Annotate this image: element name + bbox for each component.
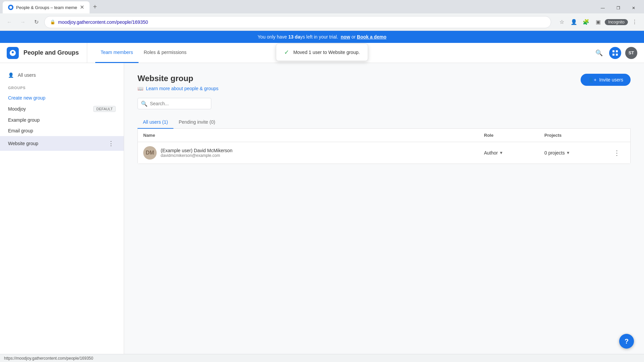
- svg-rect-1: [612, 50, 614, 52]
- tab-title: People & Groups – team meme: [16, 5, 77, 10]
- browser-toolbar: ← → ↻ 🔒 moodjoy.gathercontent.com/people…: [0, 13, 644, 31]
- toast-message: Moved 1 user to Website group.: [293, 50, 360, 55]
- user-email: davidmcmikerson@example.com: [161, 153, 232, 158]
- sidebar-group-example[interactable]: Example group: [0, 115, 124, 125]
- sidebar-toggle-button[interactable]: ▣: [593, 17, 603, 27]
- projects-chevron-icon: ▼: [566, 150, 570, 155]
- header-nav: Team members Roles & permissions: [87, 43, 192, 63]
- svg-rect-3: [612, 54, 614, 56]
- address-bar[interactable]: 🔒 moodjoy.gathercontent.com/people/16935…: [44, 16, 551, 28]
- role-label: Author: [484, 150, 498, 156]
- window-close-button[interactable]: ✕: [626, 3, 641, 13]
- chevron-down-icon: ▼: [499, 150, 503, 155]
- status-url: https://moodjoy.gathercontent.com/people…: [4, 356, 93, 361]
- tab-all-users[interactable]: All users (1): [138, 116, 173, 129]
- new-tab-button[interactable]: +: [90, 1, 100, 12]
- toast-notification: ✓ Moved 1 user to Website group.: [276, 44, 368, 61]
- bookmark-button[interactable]: ☆: [556, 17, 567, 27]
- app-wrapper: You only have 13 days left in your trial…: [0, 31, 644, 354]
- user-name-block: (Example user) David McMikerson davidmcm…: [161, 148, 232, 158]
- website-group-options-button[interactable]: ⋮: [106, 139, 116, 148]
- header-right: 🔍 ST: [593, 47, 637, 59]
- upgrade-now-link[interactable]: now: [341, 34, 350, 40]
- group-name-moodjoy: Moodjoy: [8, 106, 93, 112]
- table-row: DM (Example user) David McMikerson david…: [138, 142, 630, 164]
- search-icon: 🔍: [141, 101, 148, 107]
- sidebar-item-all-users[interactable]: 👤 All users: [0, 70, 124, 80]
- svg-point-0: [9, 6, 12, 9]
- back-button[interactable]: ←: [4, 17, 15, 27]
- sidebar-group-email[interactable]: Email group: [0, 125, 124, 136]
- banner-text: You only have 13 days left in your trial…: [258, 34, 386, 40]
- window-maximize-button[interactable]: ❒: [610, 3, 626, 13]
- tab-close-button[interactable]: ✕: [80, 5, 84, 10]
- user-table: Name Role Projects DM (Example user) Dav…: [138, 129, 631, 164]
- nav-roles-permissions[interactable]: Roles & permissions: [139, 43, 192, 63]
- user-display-name: (Example user) David McMikerson: [161, 148, 232, 153]
- toolbar-icons: ☆ 👤 🧩 ▣ Incognito ⋮: [556, 17, 640, 27]
- incognito-badge: Incognito: [605, 19, 628, 25]
- invite-icon: 👤+: [588, 77, 596, 82]
- page-header-left: Website group 📖 Learn more about people …: [138, 74, 218, 91]
- forward-button[interactable]: →: [17, 17, 28, 27]
- invite-users-button[interactable]: 👤+ Invite users: [581, 74, 631, 86]
- header-apps-button[interactable]: [609, 47, 621, 59]
- window-minimize-button[interactable]: —: [595, 3, 610, 13]
- book-icon: 📖: [138, 86, 143, 91]
- content-area: Website group 📖 Learn more about people …: [124, 63, 644, 354]
- help-button[interactable]: ?: [619, 334, 634, 349]
- svg-rect-4: [616, 54, 618, 56]
- refresh-button[interactable]: ↻: [31, 17, 42, 27]
- active-tab[interactable]: People & Groups – team meme ✕: [3, 1, 90, 13]
- projects-label: 0 projects: [544, 150, 565, 156]
- role-dropdown[interactable]: Author ▼: [484, 150, 544, 156]
- sidebar-group-moodjoy[interactable]: Moodjoy DEFAULT: [0, 103, 124, 115]
- svg-rect-2: [616, 50, 618, 52]
- book-demo-link[interactable]: Book a demo: [357, 34, 386, 40]
- create-group-anchor[interactable]: Create new group: [8, 95, 45, 101]
- url-text: moodjoy.gathercontent.com/people/169350: [58, 19, 545, 25]
- all-users-label: All users: [18, 72, 36, 78]
- menu-button[interactable]: ⋮: [629, 17, 640, 27]
- search-box: 🔍: [138, 98, 631, 109]
- main-layout: 👤 All users GROUPS Create new group Mood…: [0, 63, 644, 354]
- user-info-cell: DM (Example user) David McMikerson david…: [143, 146, 484, 160]
- group-name-website: Website group: [8, 141, 106, 146]
- col-projects: Projects: [544, 133, 611, 138]
- extensions-button[interactable]: 🧩: [581, 17, 591, 27]
- tabs: All users (1) Pending invite (0): [138, 116, 631, 129]
- group-name-example: Example group: [8, 117, 116, 123]
- check-icon: ✓: [284, 49, 289, 56]
- search-input[interactable]: [138, 98, 211, 109]
- profile-button[interactable]: 👤: [569, 17, 579, 27]
- tab-bar: People & Groups – team meme ✕ + — ❒ ✕: [0, 0, 644, 13]
- app-title: People and Groups: [23, 49, 79, 56]
- user-avatar[interactable]: ST: [625, 47, 637, 59]
- sidebar: 👤 All users GROUPS Create new group Mood…: [0, 63, 124, 354]
- trial-banner: You only have 13 days left in your trial…: [0, 31, 644, 43]
- content-header: Website group 📖 Learn more about people …: [138, 74, 631, 91]
- header-search-button[interactable]: 🔍: [593, 47, 605, 59]
- user-icon: 👤: [8, 72, 14, 78]
- default-badge-moodjoy: DEFAULT: [93, 106, 116, 112]
- app-logo: [7, 47, 19, 59]
- projects-dropdown[interactable]: 0 projects ▼: [544, 150, 611, 156]
- col-name: Name: [143, 133, 484, 138]
- table-header: Name Role Projects: [138, 129, 630, 142]
- sidebar-group-website[interactable]: Website group ⋮: [0, 136, 124, 151]
- nav-team-members[interactable]: Team members: [95, 43, 138, 63]
- create-new-group-link[interactable]: Create new group: [0, 93, 124, 103]
- row-options-button[interactable]: ⋮: [611, 147, 622, 158]
- avatar: DM: [143, 146, 157, 160]
- groups-section-label: GROUPS: [0, 80, 124, 93]
- tab-pending-invite[interactable]: Pending invite (0): [173, 116, 221, 129]
- page-title: Website group: [138, 74, 218, 83]
- learn-more-link[interactable]: 📖 Learn more about people & groups: [138, 86, 218, 91]
- group-name-email: Email group: [8, 128, 116, 133]
- status-bar: https://moodjoy.gathercontent.com/people…: [0, 354, 644, 362]
- col-actions: [611, 133, 625, 138]
- col-role: Role: [484, 133, 544, 138]
- tab-favicon: [8, 5, 13, 10]
